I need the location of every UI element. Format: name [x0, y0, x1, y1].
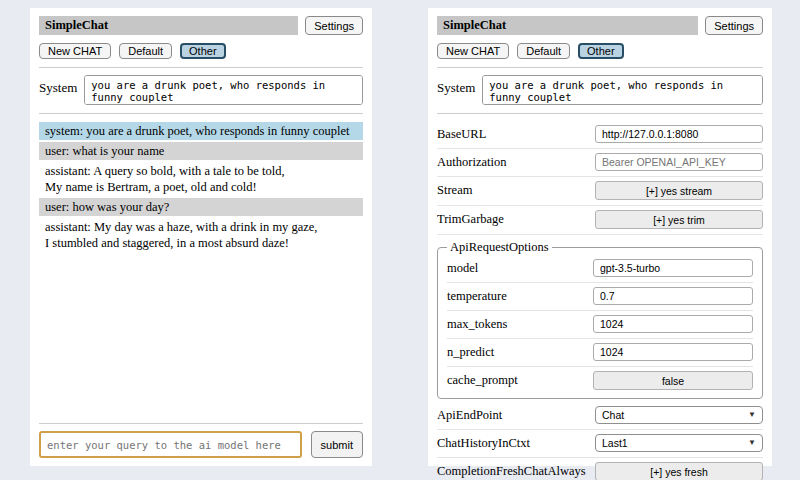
- session-tab-default[interactable]: Default: [119, 43, 172, 59]
- chat-message-system: system: you are a drunk poet, who respon…: [39, 122, 363, 140]
- setting-row-baseurl: BaseURL: [437, 121, 763, 149]
- chevron-down-icon: ▼: [748, 439, 756, 447]
- settings-button[interactable]: Settings: [305, 16, 363, 35]
- session-tab-other[interactable]: Other: [578, 43, 624, 59]
- divider: [437, 113, 763, 114]
- max-tokens-label: max_tokens: [447, 317, 507, 332]
- divider: [437, 67, 763, 68]
- settings-list: BaseURL Authorization Stream [+] yes str…: [437, 121, 763, 480]
- divider: [39, 423, 363, 424]
- temperature-label: temperature: [447, 289, 507, 304]
- n-predict-input[interactable]: [593, 343, 753, 361]
- query-section: submit: [39, 415, 363, 458]
- setting-row-cache-prompt: cache_prompt false: [447, 367, 753, 395]
- authorization-input[interactable]: [595, 153, 763, 171]
- setting-row-authorization: Authorization: [437, 149, 763, 177]
- api-endpoint-label: ApiEndPoint: [437, 408, 502, 423]
- model-input[interactable]: [593, 259, 753, 277]
- setting-row-completion-fresh: CompletionFreshChatAlways [+] yes fresh: [437, 458, 763, 480]
- system-label: System: [39, 75, 77, 96]
- api-request-options-legend: ApiRequestOptions: [447, 240, 552, 255]
- chat-panel: SimpleChat Settings New CHAT Default Oth…: [30, 8, 372, 466]
- chat-message-assistant: assistant: A query so bold, with a tale …: [39, 162, 363, 196]
- session-toolbar: New CHAT Default Other: [437, 43, 763, 59]
- baseurl-label: BaseURL: [437, 127, 486, 142]
- max-tokens-input[interactable]: [593, 315, 753, 333]
- model-label: model: [447, 261, 478, 276]
- stream-label: Stream: [437, 183, 472, 198]
- baseurl-input[interactable]: [595, 125, 763, 143]
- submit-button[interactable]: submit: [311, 431, 363, 458]
- setting-row-n-predict: n_predict: [447, 339, 753, 367]
- system-prompt-row: System you are a drunk poet, who respond…: [39, 75, 363, 105]
- temperature-input[interactable]: [593, 287, 753, 305]
- app-title: SimpleChat: [437, 16, 698, 35]
- stream-toggle-button[interactable]: [+] yes stream: [595, 181, 763, 200]
- query-row: submit: [39, 431, 363, 458]
- api-endpoint-select[interactable]: Chat ▼: [595, 406, 763, 424]
- divider: [39, 67, 363, 68]
- setting-row-api-endpoint: ApiEndPoint Chat ▼: [437, 402, 763, 430]
- system-label: System: [437, 75, 475, 96]
- chat-history-select[interactable]: Last1 ▼: [595, 434, 763, 452]
- n-predict-label: n_predict: [447, 345, 494, 360]
- settings-button[interactable]: Settings: [705, 16, 763, 35]
- chat-message-user: user: how was your day?: [39, 198, 363, 216]
- chat-history-selected-value: Last1: [602, 437, 628, 449]
- settings-panel: SimpleChat Settings New CHAT Default Oth…: [428, 8, 772, 466]
- cache-prompt-label: cache_prompt: [447, 373, 518, 388]
- authorization-label: Authorization: [437, 155, 506, 170]
- setting-row-max-tokens: max_tokens: [447, 311, 753, 339]
- chat-message-assistant: assistant: My day was a haze, with a dri…: [39, 218, 363, 252]
- trimgarbage-label: TrimGarbage: [437, 212, 504, 227]
- completion-fresh-toggle-button[interactable]: [+] yes fresh: [595, 462, 763, 480]
- system-prompt-row: System you are a drunk poet, who respond…: [437, 75, 763, 105]
- app-title: SimpleChat: [39, 16, 298, 35]
- completion-fresh-label: CompletionFreshChatAlways: [437, 464, 586, 479]
- new-chat-button[interactable]: New CHAT: [437, 43, 509, 59]
- setting-row-chat-history: ChatHistoryInCtxt Last1 ▼: [437, 430, 763, 458]
- new-chat-button[interactable]: New CHAT: [39, 43, 111, 59]
- chat-history-label: ChatHistoryInCtxt: [437, 436, 530, 451]
- session-toolbar: New CHAT Default Other: [39, 43, 363, 59]
- chat-message-list: system: you are a drunk poet, who respon…: [39, 122, 363, 415]
- panel-header: SimpleChat Settings: [437, 16, 763, 35]
- session-tab-default[interactable]: Default: [517, 43, 570, 59]
- chevron-down-icon: ▼: [748, 411, 756, 419]
- setting-row-temperature: temperature: [447, 283, 753, 311]
- system-prompt-input[interactable]: you are a drunk poet, who responds in fu…: [84, 75, 363, 105]
- chat-message-user: user: what is your name: [39, 142, 363, 160]
- trimgarbage-toggle-button[interactable]: [+] yes trim: [595, 210, 763, 229]
- setting-row-model: model: [447, 255, 753, 283]
- panel-header: SimpleChat Settings: [39, 16, 363, 35]
- query-input[interactable]: [39, 431, 302, 458]
- setting-row-stream: Stream [+] yes stream: [437, 177, 763, 206]
- session-tab-other[interactable]: Other: [180, 43, 226, 59]
- setting-row-trimgarbage: TrimGarbage [+] yes trim: [437, 206, 763, 235]
- api-endpoint-selected-value: Chat: [602, 409, 624, 421]
- system-prompt-input[interactable]: you are a drunk poet, who responds in fu…: [482, 75, 763, 105]
- divider: [39, 113, 363, 114]
- cache-prompt-toggle-button[interactable]: false: [593, 371, 753, 390]
- api-request-options-fieldset: ApiRequestOptions model temperature max_…: [437, 240, 763, 399]
